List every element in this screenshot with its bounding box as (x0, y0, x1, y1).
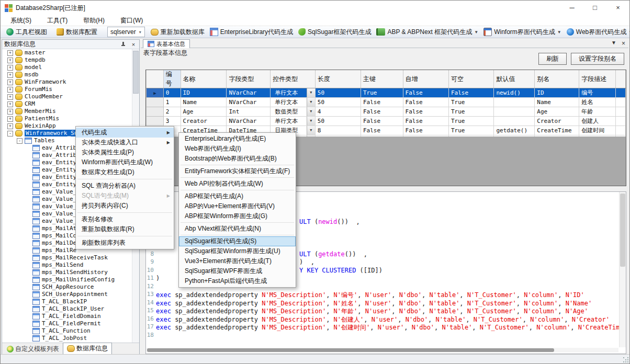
grid-cell[interactable]: 1 (163, 98, 181, 107)
close-button[interactable]: × (606, 1, 629, 15)
tree-item[interactable]: SCH_UserAppointment (2, 291, 139, 298)
code-vscroll-thumb[interactable] (620, 194, 625, 267)
tabstrip-dropdown-icon[interactable]: ▼ (611, 40, 616, 47)
menu-item-重新加载数据库(R)[interactable]: 重新加载数据库(R) (76, 224, 174, 234)
grid-cell[interactable]: 8 (315, 126, 361, 135)
toolbar-button-Web界面代码生成[interactable]: Web界面代码生成▼ (564, 26, 630, 38)
grid-cell[interactable]: 创建时间 (579, 126, 616, 135)
tree-expand-toggle[interactable]: - (7, 131, 13, 136)
grid-cell[interactable]: 50 (315, 117, 361, 126)
grid-cell[interactable]: 创建人 (579, 117, 616, 126)
grid-cell[interactable]: True (448, 126, 493, 135)
menu-item-Web API控制器代码生成(W)[interactable]: Web API控制器代码生成(W) (179, 179, 296, 189)
combo-dropdown-icon[interactable]: ▼ (307, 126, 315, 135)
menu-item-实体类生成快速入口[interactable]: 实体类生成快速入口▶ (76, 138, 174, 147)
column-header-默认值[interactable]: 默认值 (494, 70, 535, 88)
tree-item[interactable]: +tempdb (2, 56, 139, 64)
grid-cell[interactable]: 4 (315, 107, 361, 117)
tree-expand-toggle[interactable]: + (7, 72, 13, 78)
menu-item-刷新数据库列表[interactable]: 刷新数据库列表 (76, 238, 174, 248)
menu-item-ABP框架代码生成(A)[interactable]: ABP框架代码生成(A) (179, 191, 296, 201)
combo-dropdown-icon[interactable]: ▼ (307, 98, 315, 107)
tree-item[interactable]: +master (2, 49, 139, 56)
grid-cell[interactable] (494, 98, 535, 107)
toolbar-button-重新加载数据库[interactable]: 重新加载数据库 (148, 26, 207, 38)
grid-cell[interactable]: 编号 (579, 88, 616, 98)
grid-cell[interactable]: 年龄 (579, 107, 616, 117)
grid-cell[interactable]: True (361, 88, 403, 98)
tree-expand-toggle[interactable]: + (7, 109, 13, 115)
grid-cell[interactable]: 姓名 (579, 98, 616, 107)
grid-cell[interactable]: 单行文本▼ (271, 117, 316, 126)
grid-cell[interactable]: False (403, 117, 448, 126)
tree-item[interactable]: T_ACL_FieldPermit (2, 320, 139, 327)
tree-expand-toggle[interactable]: + (7, 123, 13, 129)
menu-item-实体类属性生成(P)[interactable]: 实体类属性生成(P) (76, 147, 174, 157)
tree-item[interactable]: T_ACL_BlackIP (2, 298, 139, 305)
tree-item[interactable]: +msdb (2, 71, 139, 78)
tree-item[interactable]: SCH_AppResource (2, 283, 139, 291)
grid-cell[interactable]: Int (227, 107, 271, 117)
tree-scrollbar-thumb[interactable] (133, 51, 139, 94)
grid-cell[interactable]: NVarChar (227, 98, 271, 107)
grid-cell[interactable]: 2 (163, 107, 181, 117)
menu-item-ABP框架Winform界面生成(G)[interactable]: ABP框架Winform界面生成(G) (179, 211, 296, 221)
column-header-别名[interactable]: 别名 (535, 70, 579, 88)
table-row[interactable]: 1NameNVarChar单行文本▼50FalseFalseTrueName姓名 (147, 98, 626, 107)
row-selector[interactable]: ▶ (147, 88, 164, 98)
grid-cell[interactable]: 数值类型▼ (271, 107, 316, 117)
grid-cell[interactable]: 50 (315, 88, 361, 98)
tree-item[interactable]: +ForumMis (2, 86, 139, 93)
grid-cell[interactable]: 0 (163, 88, 181, 98)
menu-item-Bootstrap的Web界面代码生成(B)[interactable]: Bootstrap的Web界面代码生成(B) (179, 154, 296, 164)
grid-cell[interactable]: False (361, 98, 403, 107)
tree-item[interactable]: mps_MailSend (2, 261, 139, 269)
grid-cell[interactable]: False (403, 88, 448, 98)
toolbar-button-SqlSugar框架代码生成[interactable]: SqlSugar框架代码生成 (296, 26, 374, 38)
grid-cell[interactable] (494, 107, 535, 117)
code-horizontal-scrollbar[interactable] (147, 348, 618, 352)
grid-cell[interactable]: Name (535, 98, 579, 107)
grid-cell[interactable]: True (448, 107, 493, 117)
pin-icon[interactable] (121, 42, 126, 47)
tree-item[interactable]: T_ACL_FieldDomain (2, 313, 139, 320)
minimize-button[interactable]: ─ (560, 1, 583, 15)
toolbar-button-ABP & ABPNext 框架代码生成[interactable]: ABP & ABPNext 框架代码生成▼ (374, 26, 481, 38)
grid-cell[interactable]: False (403, 126, 448, 135)
grid-cell[interactable]: 单行文本▼ (271, 88, 316, 98)
menu-item-Winform界面代码生成(W)[interactable]: Winform界面代码生成(W) (76, 157, 174, 167)
table-row[interactable]: 2AgeInt数值类型▼4FalseFalseTrueAge年龄 (147, 107, 626, 117)
bottom-tab-自定义模板列表[interactable]: 自定义模板列表 (3, 344, 63, 354)
grid-cell[interactable]: ID (535, 88, 579, 98)
chevron-down-icon[interactable]: ▼ (557, 30, 561, 35)
tree-expand-toggle[interactable]: + (7, 87, 13, 93)
grid-cell[interactable]: False (361, 107, 403, 117)
grid-cell[interactable]: Name (181, 98, 227, 107)
button-设置字段别名[interactable]: 设置字段别名 (571, 53, 624, 65)
menu-item-EnterpriseLibrary代码生成(E)[interactable]: EnterpriseLibrary代码生成(E) (179, 134, 296, 144)
combo-dropdown-icon[interactable]: ▼ (307, 88, 315, 97)
combo-dropdown-icon[interactable]: ▼ (307, 117, 315, 126)
menu-item-拷贝列表内容(C)[interactable]: 拷贝列表内容(C) (76, 201, 174, 211)
tree-item[interactable]: mps_MailUnifiedConfig (2, 276, 139, 283)
toolbar-button-数据库配置[interactable]: 数据库配置 (54, 26, 100, 38)
bottom-tab-数据库信息[interactable]: 数据库信息 (63, 343, 112, 354)
grid-cell[interactable]: False (448, 88, 493, 98)
menu-item-SqlSugar框架代码生成(S)[interactable]: SqlSugar框架代码生成(S) (179, 236, 296, 246)
table-row[interactable]: ▶0IDNVarChar单行文本▼50TrueFalseFalsenewid()… (147, 88, 626, 98)
grid-cell[interactable]: False (361, 117, 403, 126)
menubar-item[interactable]: 帮助(H) (77, 15, 110, 26)
row-selector[interactable] (147, 98, 164, 107)
tree-item[interactable]: T_ACL_JobPost (2, 335, 139, 342)
menubar-item[interactable]: 窗口(W) (115, 15, 149, 26)
grid-cell[interactable]: False (403, 98, 448, 107)
tree-expand-toggle[interactable]: + (7, 79, 13, 85)
column-header-可空[interactable]: 可空 (448, 70, 493, 88)
tree-item[interactable]: T_ACL_BlackIP_User (2, 305, 139, 313)
tree-expand-toggle[interactable]: + (7, 116, 13, 122)
resize-grip[interactable] (623, 357, 628, 362)
menu-item-ABP的Vue+Element界面代码(V)[interactable]: ABP的Vue+Element界面代码(V) (179, 201, 296, 211)
tree-expand-toggle[interactable]: - (17, 138, 22, 144)
tab-table-basic-info[interactable]: 表基本信息 (143, 39, 190, 48)
menubar-item[interactable]: 工具(T) (41, 15, 73, 26)
